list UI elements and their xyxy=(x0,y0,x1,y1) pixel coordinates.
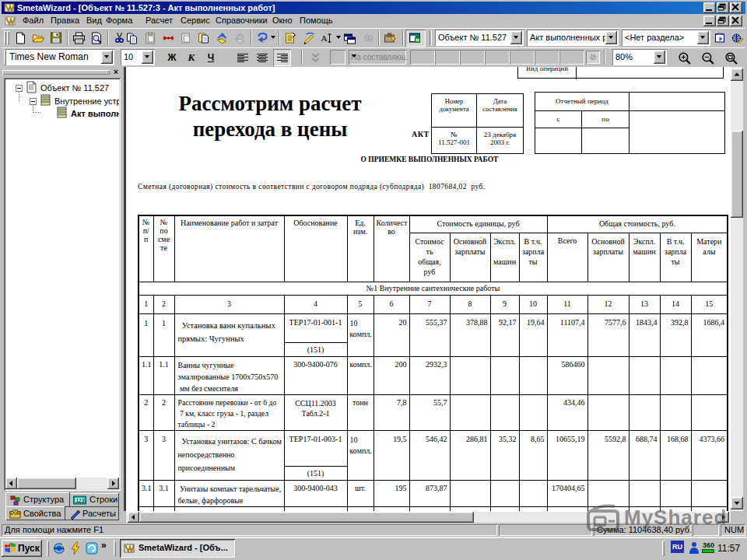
svg-text:123: 123 xyxy=(76,498,85,503)
svg-text:А: А xyxy=(321,33,328,43)
